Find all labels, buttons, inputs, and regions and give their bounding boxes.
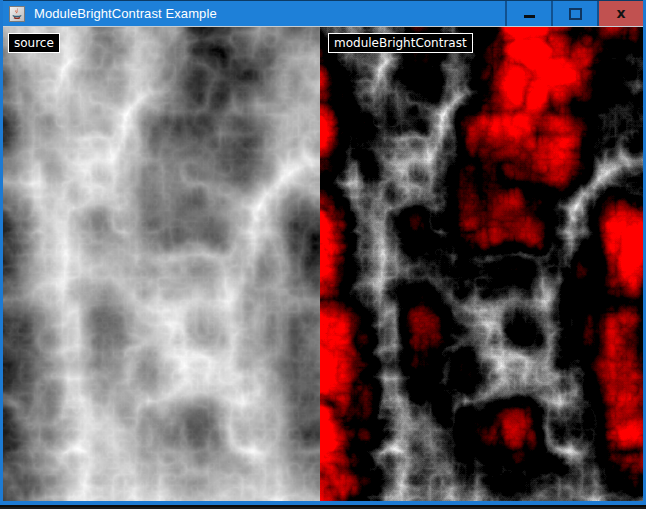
maximize-icon <box>569 8 582 20</box>
minimize-icon <box>524 15 535 18</box>
app-window: ModuleBrightContrast Example x source <box>0 0 646 505</box>
close-icon: x <box>616 6 625 20</box>
panel-source: source <box>3 27 320 501</box>
window-title: ModuleBrightContrast Example <box>34 6 217 21</box>
module-brightcontrast-image <box>320 27 643 501</box>
window-controls: x <box>505 1 643 26</box>
content-area: source moduleBrightContrast <box>3 27 643 501</box>
maximize-button[interactable] <box>551 1 597 26</box>
close-button[interactable]: x <box>597 1 643 26</box>
source-label: source <box>8 33 60 53</box>
panel-module-brightcontrast: moduleBrightContrast <box>320 27 643 501</box>
source-image <box>3 27 320 501</box>
java-app-icon <box>9 6 25 22</box>
minimize-button[interactable] <box>505 1 551 26</box>
module-brightcontrast-label: moduleBrightContrast <box>328 33 473 53</box>
titlebar[interactable]: ModuleBrightContrast Example x <box>3 0 643 27</box>
screen: ModuleBrightContrast Example x source <box>0 0 646 509</box>
